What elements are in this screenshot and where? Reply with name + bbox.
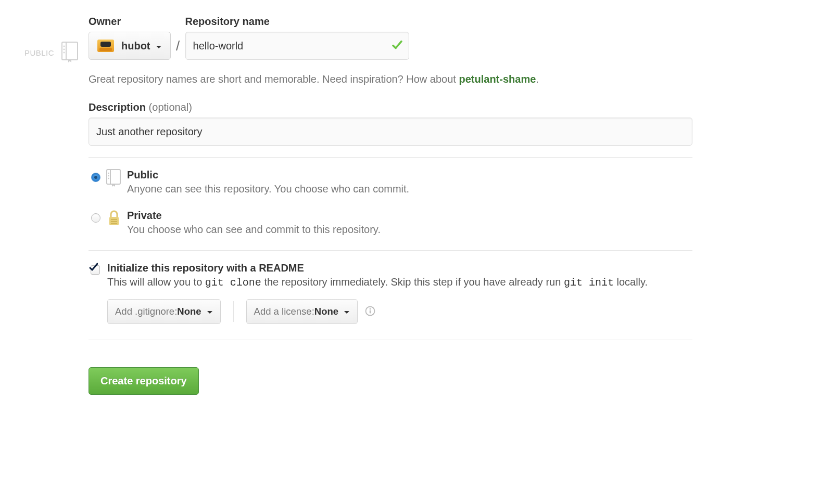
gitignore-select-button[interactable]: Add .gitignore: None	[107, 299, 221, 324]
create-repository-button[interactable]: Create repository	[89, 367, 199, 395]
gitignore-label: Add .gitignore:	[115, 306, 177, 317]
divider	[89, 250, 692, 251]
license-value: None	[314, 306, 338, 317]
init-readme-desc: This will allow you to git clone the rep…	[107, 276, 648, 289]
license-select-button[interactable]: Add a license: None	[246, 299, 358, 324]
divider	[233, 301, 234, 322]
gutter-public-label: PUBLIC	[24, 48, 54, 57]
code-git-clone: git clone	[205, 277, 261, 289]
repo-name-label: Repository name	[185, 16, 409, 28]
description-label: Description (optional)	[89, 101, 692, 113]
check-icon	[392, 40, 403, 53]
caret-down-icon	[156, 40, 162, 52]
svg-rect-16	[370, 310, 371, 313]
description-input[interactable]	[89, 118, 692, 146]
owner-select-button[interactable]: hubot	[89, 32, 171, 60]
visibility-private-title: Private	[127, 210, 381, 222]
svg-point-7	[108, 173, 109, 174]
lock-icon	[106, 210, 127, 229]
svg-point-8	[108, 175, 109, 176]
repo-name-help: Great repository names are short and mem…	[89, 71, 692, 87]
svg-point-9	[108, 178, 109, 179]
gitignore-value: None	[177, 306, 201, 317]
svg-point-4	[64, 52, 65, 54]
info-icon[interactable]	[365, 306, 375, 318]
visibility-public-title: Public	[127, 169, 409, 181]
divider	[89, 340, 692, 340]
readme-desc-before: This will allow you to	[107, 276, 205, 288]
owner-label: Owner	[89, 16, 171, 28]
svg-rect-5	[107, 170, 120, 184]
owner-repo-separator: /	[171, 18, 185, 60]
init-readme-checkbox[interactable]	[91, 265, 100, 275]
code-git-init: git init	[564, 277, 614, 289]
caret-down-icon	[344, 306, 350, 317]
divider	[89, 157, 692, 158]
svg-point-3	[64, 49, 65, 50]
visibility-public-desc: Anyone can see this repository. You choo…	[127, 183, 409, 195]
license-label: Add a license:	[254, 306, 314, 317]
svg-point-2	[64, 46, 65, 47]
description-optional: (optional)	[149, 101, 192, 113]
init-readme-title: Initialize this repository with a README	[107, 262, 648, 274]
repo-name-input[interactable]	[185, 32, 409, 60]
readme-desc-after: locally.	[614, 276, 648, 288]
public-repo-icon	[106, 169, 127, 188]
help-suffix: .	[536, 73, 539, 85]
repo-icon	[61, 42, 79, 64]
visibility-private-radio[interactable]	[91, 213, 100, 223]
help-prefix: Great repository names are short and mem…	[89, 73, 459, 85]
visibility-public-radio[interactable]	[91, 173, 100, 182]
caret-down-icon	[207, 306, 213, 317]
owner-avatar-icon	[97, 40, 114, 52]
readme-desc-mid: the repository immediately. Skip this st…	[261, 276, 564, 288]
suggested-name-link[interactable]: petulant-shame	[459, 73, 536, 85]
svg-point-15	[370, 308, 371, 309]
owner-selected-name: hubot	[121, 40, 150, 52]
visibility-private-desc: You choose who can see and commit to thi…	[127, 224, 381, 236]
svg-rect-0	[62, 42, 78, 60]
description-label-text: Description	[89, 101, 146, 113]
